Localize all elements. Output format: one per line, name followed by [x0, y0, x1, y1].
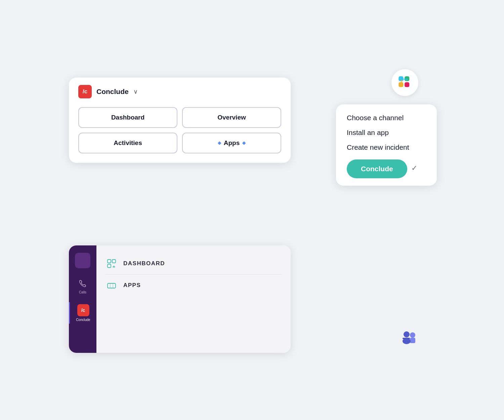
slack-logo-badge — [391, 69, 418, 96]
dashboard-button[interactable]: Dashboard — [78, 107, 177, 128]
calls-label: Calls — [79, 290, 86, 294]
overview-button[interactable]: Overview — [182, 107, 281, 128]
svg-rect-7 — [112, 260, 116, 263]
dashboard-label: DASHBOARD — [123, 260, 165, 267]
slack-app-card: /c Conclude ∨ Dashboard Overview Activit… — [69, 78, 291, 163]
svg-point-13 — [410, 332, 415, 338]
dashboard-icon — [105, 259, 118, 268]
phone-icon — [79, 280, 86, 289]
apps-icon — [105, 281, 118, 290]
right-menu-card: Choose a channel Install an app Create n… — [336, 104, 437, 186]
create-incident-item[interactable]: Create new incident — [347, 141, 426, 153]
svg-point-17 — [404, 331, 410, 337]
checkmark-icon: ✓ — [411, 164, 417, 173]
svg-rect-10 — [113, 267, 115, 267]
nav-item-conclude[interactable]: /c Conclude — [69, 302, 96, 324]
teams-app-card: Calls /c Conclude — [69, 245, 291, 353]
svg-rect-11 — [108, 283, 116, 288]
svg-rect-14 — [410, 338, 415, 343]
diamond-right-icon: ◆ — [242, 140, 246, 145]
nav-item-calls[interactable]: Calls — [69, 278, 96, 296]
conclude-logo: /c — [78, 85, 92, 98]
activities-button[interactable]: Activities — [78, 133, 177, 153]
svg-rect-5 — [401, 80, 403, 86]
apps-label: APPS — [123, 282, 141, 289]
nav-avatar — [75, 253, 90, 268]
slack-icon — [397, 75, 413, 91]
slack-app-title: Conclude — [96, 88, 129, 96]
conclude-nav-icon: /c — [77, 304, 89, 316]
teams-nav-sidebar: Calls /c Conclude — [69, 245, 96, 353]
svg-point-18 — [403, 338, 411, 344]
dashboard-row: DASHBOARD — [105, 253, 282, 275]
diamond-left-icon: ◆ — [218, 140, 221, 145]
choose-channel-item[interactable]: Choose a channel — [347, 112, 426, 124]
teams-logo-badge — [398, 328, 420, 351]
slack-buttons-grid: Dashboard Overview Activities ◆ Apps ◆ — [69, 104, 291, 163]
conclude-nav-label: Conclude — [76, 318, 90, 322]
svg-rect-4 — [402, 78, 408, 80]
nav-item-group: Calls /c Conclude — [69, 278, 96, 324]
svg-rect-6 — [108, 260, 111, 263]
teams-content-area: DASHBOARD APPS — [96, 245, 291, 353]
apps-row: APPS — [105, 275, 282, 296]
conclude-button[interactable]: Conclude — [347, 159, 407, 178]
teams-icon — [398, 328, 420, 350]
slack-app-header: /c Conclude ∨ — [69, 78, 291, 104]
svg-rect-8 — [108, 264, 111, 268]
install-app-item[interactable]: Install an app — [347, 127, 426, 139]
chevron-down-icon: ∨ — [133, 88, 138, 95]
svg-rect-3 — [405, 82, 409, 87]
apps-button[interactable]: ◆ Apps ◆ — [182, 133, 281, 153]
